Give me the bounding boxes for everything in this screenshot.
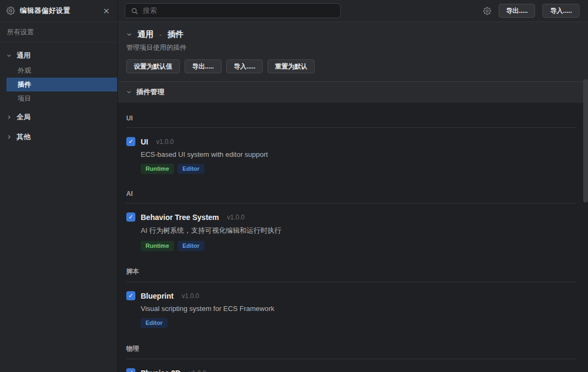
checkmark-icon: ✓ (128, 370, 133, 372)
sidebar-group-header-general[interactable]: 通用 (0, 48, 117, 64)
plugin-description: Visual scripting system for ECS Framewor… (141, 305, 576, 313)
page-title: 插件 (167, 29, 184, 40)
sidebar-item-appearance[interactable]: 外观 (6, 64, 117, 78)
checkmark-icon: ✓ (128, 139, 133, 145)
vertical-scrollbar-thumb[interactable] (583, 79, 588, 202)
sidebar-item-project[interactable]: 项目 (6, 92, 117, 105)
sidebar-group-global: 全局 (0, 109, 117, 125)
plugin-description: ECS-based UI system with editor support (141, 150, 576, 158)
reset-to-default-button[interactable]: 重置为默认 (268, 59, 315, 73)
editor-badge: Editor (178, 241, 204, 251)
editor-badge: Editor (178, 164, 204, 174)
sidebar-group-label: 全局 (17, 112, 30, 122)
plugin-header: ✓ UI v1.0.0 (126, 137, 576, 146)
category-label: 物理 (126, 344, 576, 353)
category-label: 脚本 (126, 267, 576, 276)
plugin-category-script: 脚本 ✓ Blueprint v1.0.0 Visual scripting s… (126, 267, 576, 336)
plugin-header: ✓ Blueprint v1.0.0 (126, 291, 576, 300)
breadcrumb-separator: - (159, 31, 162, 39)
settings-sidebar: 所有设置 通用 外观 插件 项目 全局 (0, 22, 118, 372)
plugin-enabled-checkbox[interactable]: ✓ (126, 212, 135, 222)
plugin-description: AI 行为树系统，支持可视化编辑和运行时执行 (141, 226, 576, 236)
runtime-badge: Runtime (141, 164, 174, 174)
main-panel: 通用 - 插件 管理项目使用的插件 设置为默认值 导出..... 导入.....… (118, 22, 588, 372)
preferences-dialog: 编辑器偏好设置 ✕ 搜索 导出..... 导入..... 所有设置 (0, 0, 588, 372)
page-header: 通用 - 插件 管理项目使用的插件 设置为默认值 导出..... 导入.....… (118, 22, 588, 81)
sidebar-group-label: 其他 (17, 132, 30, 142)
plugin-header: ✓ Behavior Tree System v1.0.0 (126, 212, 576, 222)
breadcrumb: 通用 - 插件 (126, 29, 579, 40)
topbar-actions: 导出..... 导入..... (483, 4, 579, 18)
chevron-down-icon (126, 89, 132, 95)
plugin-enabled-checkbox[interactable]: ✓ (126, 291, 135, 300)
plugin-badges: Editor (141, 318, 576, 328)
settings-tree: 通用 外观 插件 项目 全局 其他 (0, 43, 117, 145)
plugin-version: v1.0.0 (181, 292, 199, 300)
sidebar-item-plugins[interactable]: 插件 (6, 78, 117, 92)
sidebar-group-header-other[interactable]: 其他 (0, 129, 117, 145)
plugin-category-ui: UI ✓ UI v1.0.0 ECS-based UI system with … (126, 115, 576, 181)
category-divider (126, 359, 576, 359)
search-icon (131, 7, 139, 15)
category-divider (126, 282, 576, 282)
plugin-version: v1.0.0 (189, 369, 207, 372)
page-actions: 设置为默认值 导出..... 导入..... 重置为默认 (126, 59, 579, 73)
plugin-name: Behavior Tree System (141, 213, 219, 222)
category-label: AI (126, 190, 576, 198)
topbar: 搜索 导出..... 导入..... (118, 0, 588, 22)
sidebar-group-general: 通用 外观 插件 项目 (0, 48, 117, 105)
chevron-down-icon[interactable] (126, 32, 132, 37)
category-label: UI (126, 115, 576, 122)
category-divider (126, 127, 576, 128)
gear-icon (6, 6, 15, 15)
category-divider (126, 203, 576, 203)
plugin-list: UI ✓ UI v1.0.0 ECS-based UI system with … (118, 103, 588, 372)
plugin-category-physics: 物理 ✓ Physics 2D v1.0.0 Deterministic 2D … (126, 344, 576, 372)
runtime-badge: Runtime (141, 241, 174, 251)
plugin-version: v1.0.0 (227, 214, 245, 221)
sidebar-group-header-global[interactable]: 全局 (0, 109, 117, 125)
plugin-badges: Runtime Editor (141, 164, 576, 174)
section-title: 插件管理 (136, 87, 164, 97)
plugin-item-physics-2d: ✓ Physics 2D v1.0.0 Deterministic 2D phy… (126, 368, 576, 372)
search-input[interactable]: 搜索 (125, 3, 341, 18)
export-button[interactable]: 导出..... (499, 4, 536, 18)
chevron-down-icon (6, 53, 12, 58)
section-header-plugin-management[interactable]: 插件管理 (118, 81, 588, 103)
plugin-enabled-checkbox[interactable]: ✓ (126, 137, 135, 146)
import-settings-button[interactable]: 导入..... (226, 59, 263, 73)
checkmark-icon: ✓ (128, 214, 133, 220)
plugin-name: Blueprint (141, 292, 173, 300)
chevron-right-icon (6, 134, 12, 140)
dialog-titlebar: 编辑器偏好设置 ✕ (0, 0, 118, 22)
breadcrumb-group: 通用 (138, 29, 154, 40)
plugin-name: UI (141, 138, 148, 146)
plugin-header: ✓ Physics 2D v1.0.0 (126, 368, 576, 372)
page-subtitle: 管理项目使用的插件 (126, 43, 579, 52)
set-as-default-button[interactable]: 设置为默认值 (126, 59, 180, 73)
export-settings-button[interactable]: 导出..... (185, 59, 222, 73)
import-button[interactable]: 导入..... (543, 4, 579, 18)
sidebar-group-other: 其他 (0, 129, 117, 145)
plugin-badges: Runtime Editor (141, 241, 576, 251)
close-icon[interactable]: ✕ (102, 6, 111, 16)
editor-badge: Editor (141, 318, 167, 328)
checkmark-icon: ✓ (128, 293, 133, 299)
plugin-name: Physics 2D (141, 369, 181, 372)
search-placeholder: 搜索 (143, 6, 157, 16)
plugin-item-blueprint: ✓ Blueprint v1.0.0 Visual scripting syst… (126, 291, 576, 336)
plugin-item-behavior-tree: ✓ Behavior Tree System v1.0.0 AI 行为树系统，支… (126, 212, 576, 259)
plugin-item-ui: ✓ UI v1.0.0 ECS-based UI system with edi… (126, 137, 576, 181)
sidebar-group-label: 通用 (17, 51, 30, 60)
sidebar-item-all-settings[interactable]: 所有设置 (0, 22, 117, 43)
settings-gear-icon[interactable] (483, 7, 491, 15)
plugin-version: v1.0.0 (156, 138, 174, 146)
plugin-category-ai: AI ✓ Behavior Tree System v1.0.0 AI 行为树系… (126, 190, 576, 259)
chevron-right-icon (6, 115, 12, 120)
dialog-title: 编辑器偏好设置 (20, 6, 97, 16)
plugin-enabled-checkbox[interactable]: ✓ (126, 368, 135, 372)
